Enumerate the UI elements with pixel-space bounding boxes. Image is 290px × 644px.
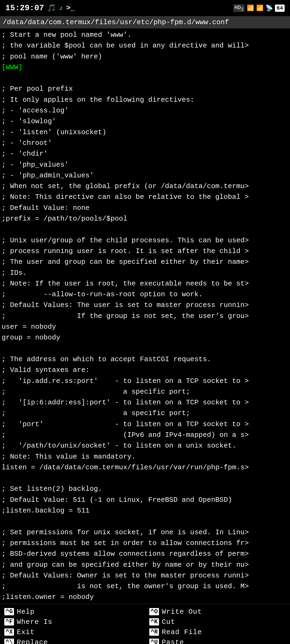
editor-line-33: ; a specific port; xyxy=(2,386,288,397)
menu-label-2: Where Is xyxy=(17,618,52,626)
editor-line-27: user = nobody xyxy=(2,321,288,332)
editor-line-42: ; Set listen(2) backlog. xyxy=(2,484,288,494)
menu-label-1: Write Out xyxy=(162,608,202,616)
music-icon: 🎵 xyxy=(47,4,56,12)
menu-key-4: ^X xyxy=(4,628,14,636)
editor-line-32: ; 'ip.add.re.ss:port' - to listen on a T… xyxy=(2,376,288,386)
editor-line-11: ; - 'chdir' xyxy=(2,148,288,159)
menu-item-0[interactable]: ^GHelp xyxy=(0,607,145,617)
editor-line-19: ; Unix user/group of the child processes… xyxy=(2,235,288,246)
editor-line-45 xyxy=(2,516,288,527)
menu-key-6: ^\ xyxy=(4,639,14,644)
menu-bar: ^GHelp^OWrite Out^FWhere Is^KCut^XExit^R… xyxy=(0,604,290,644)
tiktok-icon: ♪ xyxy=(59,5,63,12)
editor-line-34: ; '[ip:6:addr:ess]:port' - to listen on … xyxy=(2,397,288,408)
wifi-icon: 📡 xyxy=(266,5,273,12)
editor-line-41 xyxy=(2,473,288,484)
hd-badge: HD2 xyxy=(233,4,245,12)
editor-line-47: ; permissions must be set in order to al… xyxy=(2,538,288,548)
editor-line-16: ; Default Value: none xyxy=(2,203,288,213)
editor-line-23: ; Note: If the user is root, the executa… xyxy=(2,278,288,289)
editor-line-51: ; is not set, the owner's group is used.… xyxy=(2,581,288,592)
menu-item-1[interactable]: ^OWrite Out xyxy=(145,607,290,617)
menu-label-3: Cut xyxy=(162,618,175,626)
editor-line-44: ;listen.backlog = 511 xyxy=(2,505,288,516)
editor-line-12: ; - 'php_values' xyxy=(2,159,288,170)
editor-line-20: ; process running user is root. It is se… xyxy=(2,246,288,257)
editor-line-1: ; the variable $pool can be used in any … xyxy=(2,40,288,51)
terminal-icon: >_ xyxy=(66,4,74,12)
editor-line-15: ; Note: This directive can also be relat… xyxy=(2,192,288,202)
editor-line-49: ; and group can be specified either by n… xyxy=(2,559,288,570)
editor-line-6: ; It only applies on the following direc… xyxy=(2,94,288,105)
editor-line-14: ; When not set, the global prefix (or /d… xyxy=(2,181,288,192)
editor-line-30: ; The address on which to accept FastCGI… xyxy=(2,354,288,365)
editor-line-7: ; - 'access.log' xyxy=(2,105,288,116)
editor-line-50: ; Default Values: Owner is set to the ma… xyxy=(2,570,288,581)
editor-line-31: ; Valid syntaxes are: xyxy=(2,365,288,375)
editor-line-2: ; pool name ('www' here) xyxy=(2,51,288,62)
menu-label-5: Read File xyxy=(162,628,202,636)
menu-item-4[interactable]: ^XExit xyxy=(0,627,145,637)
editor-line-26: ; If the group is not set, the user's gr… xyxy=(2,311,288,321)
status-bar: 15:29:07 🎵 ♪ >_ HD2 📶 📶 📡 64 xyxy=(0,0,290,16)
menu-key-5: ^R xyxy=(149,628,159,636)
editor-line-25: ; Default Values: The user is set to mas… xyxy=(2,300,288,310)
editor-line-48: ; BSD-derived systems allow connections … xyxy=(2,548,288,559)
editor-line-35: ; a specific port; xyxy=(2,408,288,419)
editor-line-52: ;listen.owner = nobody xyxy=(2,592,288,602)
menu-key-1: ^O xyxy=(149,608,159,615)
editor-line-24: ; --allow-to-run-as-root option to work. xyxy=(2,289,288,300)
menu-item-3[interactable]: ^KCut xyxy=(145,617,290,627)
editor-line-10: ; - 'chroot' xyxy=(2,138,288,148)
editor-line-13: ; - 'php_admin_values' xyxy=(2,170,288,181)
editor-line-40: listen = /data/data/com.termux/files/usr… xyxy=(2,462,288,473)
menu-item-2[interactable]: ^FWhere Is xyxy=(0,617,145,627)
menu-label-7: Paste xyxy=(162,638,184,644)
status-left: 15:29:07 🎵 ♪ >_ xyxy=(5,3,75,13)
status-right: HD2 📶 📶 📡 64 xyxy=(233,4,285,12)
editor-line-17: ;prefix = /path/to/pools/$pool xyxy=(2,213,288,224)
menu-label-0: Help xyxy=(17,608,34,616)
editor-line-5: ; Per pool prefix xyxy=(2,83,288,94)
menu-item-7[interactable]: ^UPaste xyxy=(145,637,290,644)
editor-line-0: ; Start a new pool named 'www'. xyxy=(2,30,288,40)
signal1-icon: 📶 xyxy=(247,5,254,12)
editor-line-36: ; 'port' - to listen on a TCP socket to … xyxy=(2,419,288,430)
editor-line-37: ; (IPv6 and IPv4-mapped) on a s> xyxy=(2,430,288,440)
editor-line-22: ; IDs. xyxy=(2,268,288,278)
path-text: /data/data/com.termux/files/usr/etc/php-… xyxy=(3,18,229,26)
menu-item-5[interactable]: ^RRead File xyxy=(145,627,290,637)
menu-item-6[interactable]: ^\Replace xyxy=(0,637,145,644)
battery-icon: 64 xyxy=(275,5,285,12)
editor-line-18 xyxy=(2,224,288,235)
time-display: 15:29:07 xyxy=(5,3,44,13)
menu-key-0: ^G xyxy=(4,608,14,615)
editor-line-39: ; Note: This value is mandatory. xyxy=(2,451,288,462)
editor-line-46: ; Set permissions for unix socket, if on… xyxy=(2,527,288,538)
editor-line-21: ; The user and group can be specified ei… xyxy=(2,257,288,267)
editor-line-28: group = nobody xyxy=(2,332,288,343)
menu-label-6: Replace xyxy=(17,638,48,644)
menu-key-3: ^K xyxy=(149,618,159,625)
editor-line-9: ; - 'listen' (unixsocket) xyxy=(2,127,288,138)
path-bar: /data/data/com.termux/files/usr/etc/php-… xyxy=(0,16,290,28)
editor-line-8: ; - 'slowlog' xyxy=(2,116,288,127)
signal2-icon: 📶 xyxy=(256,5,263,12)
menu-key-7: ^U xyxy=(149,639,159,644)
editor-line-3: [WWW] xyxy=(2,62,288,73)
menu-label-4: Exit xyxy=(17,628,34,636)
editor-line-4 xyxy=(2,73,288,83)
editor-line-29 xyxy=(2,343,288,354)
editor-area[interactable]: ; Start a new pool named 'www'.; the var… xyxy=(0,28,290,604)
editor-line-38: ; '/path/to/unix/socket' - to listen on … xyxy=(2,440,288,451)
menu-key-2: ^F xyxy=(4,618,14,625)
editor-line-43: ; Default Value: 511 (-1 on Linux, FreeB… xyxy=(2,495,288,505)
